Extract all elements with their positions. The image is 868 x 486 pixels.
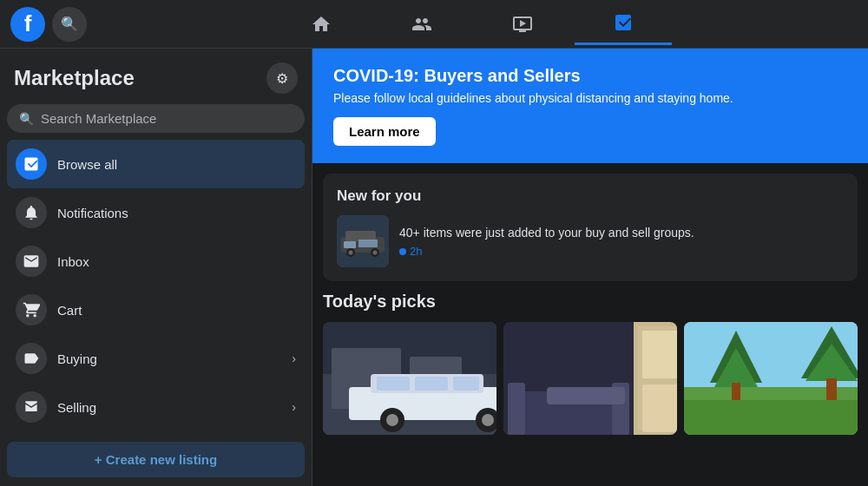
browse-all-label: Browse all xyxy=(57,157,117,172)
gear-icon: ⚙ xyxy=(276,70,288,87)
search-icon: 🔍 xyxy=(19,112,34,126)
todays-picks-title: Today's picks xyxy=(323,292,858,312)
notifications-left: Notifications xyxy=(16,197,128,228)
search-button[interactable]: 🔍 xyxy=(52,7,87,42)
sidebar-title: Marketplace xyxy=(14,66,135,90)
svg-rect-42 xyxy=(826,378,837,400)
top-navigation: f 🔍 xyxy=(0,0,868,49)
nav-home-button[interactable] xyxy=(273,3,370,45)
sidebar-item-inbox[interactable]: Inbox xyxy=(7,237,305,286)
selling-icon xyxy=(16,391,47,423)
nav-friends-button[interactable] xyxy=(373,3,470,45)
svg-rect-7 xyxy=(344,241,356,248)
selling-label: Selling xyxy=(57,400,96,415)
svg-rect-16 xyxy=(415,377,448,391)
learn-more-button[interactable]: Learn more xyxy=(333,117,436,146)
svg-rect-17 xyxy=(453,377,479,391)
new-for-you-label: New for you xyxy=(337,187,844,205)
gear-button[interactable]: ⚙ xyxy=(266,62,298,94)
buying-chevron-icon: › xyxy=(292,351,296,365)
pick-card-room[interactable] xyxy=(503,322,677,435)
sidebar-header: Marketplace ⚙ xyxy=(7,59,305,101)
svg-rect-33 xyxy=(547,387,625,404)
buying-icon xyxy=(16,343,47,374)
buying-label: Buying xyxy=(57,351,97,366)
svg-rect-27 xyxy=(642,384,677,432)
new-for-you-section: New for you xyxy=(323,174,858,281)
svg-point-21 xyxy=(482,414,494,426)
notifications-icon xyxy=(16,197,47,228)
nav-marketplace-button[interactable] xyxy=(575,3,672,45)
search-bar[interactable]: 🔍 xyxy=(7,104,305,133)
nav-watch-button[interactable] xyxy=(474,3,571,45)
create-listing-button[interactable]: + Create new listing xyxy=(7,442,305,477)
covid-title: COVID-19: Buyers and Sellers xyxy=(333,66,847,86)
inbox-left: Inbox xyxy=(16,246,89,277)
pick-card-outdoor[interactable] xyxy=(684,322,858,435)
svg-point-4 xyxy=(349,251,353,255)
pick-image-car xyxy=(323,322,496,435)
new-for-you-thumbnail xyxy=(337,215,389,267)
sidebar-item-selling[interactable]: Selling › xyxy=(7,383,305,431)
covid-banner: COVID-19: Buyers and Sellers Please foll… xyxy=(312,49,868,163)
new-for-you-item[interactable]: 40+ items were just added to your buy an… xyxy=(337,215,844,267)
cart-icon xyxy=(16,294,47,325)
picks-grid xyxy=(323,322,858,435)
cart-left: Cart xyxy=(16,294,82,325)
covid-description: Please follow local guidelines about phy… xyxy=(333,91,847,105)
time-dot xyxy=(399,248,406,255)
main-layout: Marketplace ⚙ 🔍 Browse all xyxy=(0,49,868,486)
nav-center xyxy=(87,3,858,45)
browse-all-left: Browse all xyxy=(16,148,117,180)
pick-card-car[interactable] xyxy=(323,322,496,435)
search-icon: 🔍 xyxy=(61,16,78,32)
svg-point-6 xyxy=(373,251,378,255)
cart-label: Cart xyxy=(57,303,82,318)
sidebar-item-browse-all[interactable]: Browse all xyxy=(7,140,305,188)
pick-image-room xyxy=(503,322,677,435)
facebook-logo[interactable]: f xyxy=(10,7,45,42)
svg-rect-31 xyxy=(508,383,525,435)
selling-chevron-icon: › xyxy=(292,400,296,414)
time-label: 2h xyxy=(410,245,422,258)
new-for-you-time: 2h xyxy=(399,245,694,258)
notifications-label: Notifications xyxy=(57,206,128,220)
selling-left: Selling xyxy=(16,391,96,423)
todays-picks-section: Today's picks xyxy=(312,292,868,445)
svg-point-19 xyxy=(386,414,398,426)
browse-all-icon xyxy=(16,148,47,180)
search-input[interactable] xyxy=(41,111,293,126)
sidebar: Marketplace ⚙ 🔍 Browse all xyxy=(0,49,312,486)
sidebar-item-buying[interactable]: Buying › xyxy=(7,334,305,383)
new-for-you-text-area: 40+ items were just added to your buy an… xyxy=(399,225,694,259)
inbox-icon xyxy=(16,246,47,277)
sidebar-item-cart[interactable]: Cart xyxy=(7,286,305,334)
main-content: COVID-19: Buyers and Sellers Please foll… xyxy=(312,49,868,486)
sidebar-item-notifications[interactable]: Notifications xyxy=(7,188,305,237)
svg-rect-8 xyxy=(358,240,378,247)
svg-rect-39 xyxy=(732,383,740,400)
buying-left: Buying xyxy=(16,343,97,374)
new-for-you-message: 40+ items were just added to your buy an… xyxy=(399,225,694,242)
svg-rect-25 xyxy=(642,331,677,378)
pick-image-outdoor xyxy=(684,322,858,435)
inbox-label: Inbox xyxy=(57,254,89,269)
svg-rect-15 xyxy=(377,377,410,391)
